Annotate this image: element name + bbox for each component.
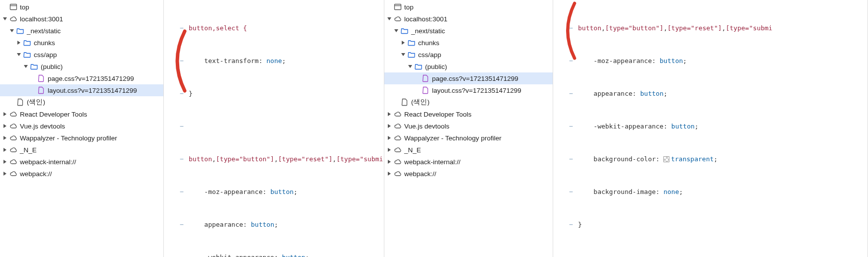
tree-label: React Developer Tools <box>404 111 472 118</box>
file-icon <box>37 74 46 83</box>
twisty-right-icon[interactable] <box>386 123 392 129</box>
folder-icon <box>400 26 409 35</box>
tree-item-vue-tools[interactable]: Vue.js devtools <box>384 120 553 132</box>
tree-item-host[interactable]: localhost:3001 <box>0 13 163 25</box>
twisty-right-icon[interactable] <box>2 123 8 129</box>
diff-marker: − <box>164 219 189 230</box>
tree-item-page-css[interactable]: page.css?v=1721351471299 <box>0 72 163 84</box>
tree-label: webpack-internal:// <box>20 158 76 166</box>
twisty-down-icon[interactable] <box>16 52 22 58</box>
tree-item-top[interactable]: top <box>0 1 163 13</box>
tree-item-chunks[interactable]: chunks <box>384 37 553 49</box>
frame-icon <box>393 2 402 11</box>
tree-label: localhost:3001 <box>404 15 447 23</box>
blank <box>414 87 420 93</box>
blank <box>414 75 420 81</box>
twisty-right-icon[interactable] <box>386 159 392 165</box>
tree-item-layout-css[interactable]: layout.css?v=1721351471299 <box>0 84 163 96</box>
tree-item-wappalyzer[interactable]: Wappalyzer - Technology profiler <box>0 132 163 144</box>
tree-item-webpack-internal[interactable]: webpack-internal:// <box>0 156 163 168</box>
folder-icon <box>414 62 423 71</box>
tree-item-webpack[interactable]: webpack:// <box>384 168 553 180</box>
tree-item-page-css[interactable]: page.css?v=1721351471299 <box>384 72 553 84</box>
twisty-down-icon[interactable] <box>9 28 15 34</box>
tree-item-n-e[interactable]: _N_E <box>384 144 553 156</box>
file-tree[interactable]: top localhost:3001 _next/static chunks c… <box>0 0 163 180</box>
twisty-down-icon[interactable] <box>393 28 399 34</box>
twisty-right-icon[interactable] <box>400 40 406 46</box>
tree-label: (public) <box>41 63 63 70</box>
code-line: − appearance: button; <box>553 88 868 99</box>
tree-label: _N_E <box>404 146 421 154</box>
tree-item-next-static[interactable]: _next/static <box>0 25 163 37</box>
twisty-right-icon[interactable] <box>2 171 8 177</box>
code-block: −button,[type="button"],[type="reset"],[… <box>553 0 868 257</box>
cloud-icon <box>393 14 402 23</box>
twisty-right-icon[interactable] <box>2 147 8 153</box>
tree-item-wappalyzer[interactable]: Wappalyzer - Technology profiler <box>384 132 553 144</box>
twisty-down-icon[interactable] <box>407 64 413 69</box>
twisty-right-icon[interactable] <box>386 135 392 141</box>
tree-item-react-tools[interactable]: React Developer Tools <box>0 108 163 120</box>
diff-marker: − <box>553 219 578 230</box>
code-line: − background-color: transparent; <box>553 154 868 165</box>
diff-marker: − <box>164 154 189 165</box>
blank <box>30 75 36 81</box>
twisty-right-icon[interactable] <box>386 111 392 117</box>
twisty-right-icon[interactable] <box>2 159 8 165</box>
diff-marker: − <box>164 88 189 99</box>
source-editor-left[interactable]: −button,select { − text-transform: none;… <box>164 0 384 257</box>
tree-item-index[interactable]: (색인) <box>384 96 553 108</box>
diff-marker: − <box>553 121 578 132</box>
tree-item-host[interactable]: localhost:3001 <box>384 13 553 25</box>
tree-item-css-app[interactable]: css/app <box>384 49 553 61</box>
twisty-down-icon[interactable] <box>23 64 29 69</box>
cloud-icon <box>9 110 18 119</box>
tree-label: layout.css?v=1721351471299 <box>432 87 521 94</box>
sources-tree-left: top localhost:3001 _next/static chunks c… <box>0 0 164 257</box>
tree-item-react-tools[interactable]: React Developer Tools <box>384 108 553 120</box>
twisty-right-icon[interactable] <box>2 135 8 141</box>
tree-item-chunks[interactable]: chunks <box>0 37 163 49</box>
twisty-down-icon[interactable] <box>386 16 392 22</box>
twisty-down-icon[interactable] <box>400 52 406 58</box>
tree-label: chunks <box>418 39 439 47</box>
tree-label: Vue.js devtools <box>20 123 65 130</box>
twisty-down-icon[interactable] <box>2 16 8 22</box>
twisty-right-icon[interactable] <box>2 111 8 117</box>
cloud-icon <box>9 157 18 166</box>
twisty-right-icon[interactable] <box>386 147 392 153</box>
twisty-right-icon[interactable] <box>386 171 392 177</box>
tree-item-top[interactable]: top <box>384 1 553 13</box>
cloud-icon <box>393 157 402 166</box>
twisty-right-icon[interactable] <box>16 40 22 46</box>
cloud-icon <box>393 133 402 142</box>
file-tree[interactable]: top localhost:3001 _next/static chunks c… <box>384 0 553 180</box>
source-editor-right[interactable]: −button,[type="button"],[type="reset"],[… <box>553 0 868 257</box>
tree-item-webpack[interactable]: webpack:// <box>0 168 163 180</box>
tree-label: chunks <box>34 39 55 47</box>
cloud-icon <box>9 169 18 178</box>
tree-item-css-app[interactable]: css/app <box>0 49 163 61</box>
tree-item-n-e[interactable]: _N_E <box>0 144 163 156</box>
tree-label: css/app <box>418 51 441 59</box>
blank <box>30 87 36 93</box>
code-block: −button,select { − text-transform: none;… <box>164 0 384 257</box>
tree-item-public[interactable]: (public) <box>384 61 553 72</box>
tree-item-public[interactable]: (public) <box>0 61 163 72</box>
code-line: −button,[type="button"],[type="reset"],[… <box>164 154 384 165</box>
diff-marker: − <box>553 187 578 197</box>
file-icon <box>16 98 25 107</box>
file-icon <box>400 98 409 107</box>
tree-item-vue-tools[interactable]: Vue.js devtools <box>0 120 163 132</box>
tree-item-webpack-internal[interactable]: webpack-internal:// <box>384 156 553 168</box>
tree-item-index[interactable]: (색인) <box>0 96 163 108</box>
tree-item-next-static[interactable]: _next/static <box>384 25 553 37</box>
tree-label: css/app <box>34 51 57 59</box>
cloud-icon <box>9 14 18 23</box>
tree-item-layout-css[interactable]: layout.css?v=1721351471299 <box>384 84 553 96</box>
tree-label: page.css?v=1721351471299 <box>48 75 134 82</box>
tree-label: (색인) <box>27 98 45 107</box>
tree-label: page.css?v=1721351471299 <box>432 75 518 82</box>
tree-label: React Developer Tools <box>20 111 87 118</box>
